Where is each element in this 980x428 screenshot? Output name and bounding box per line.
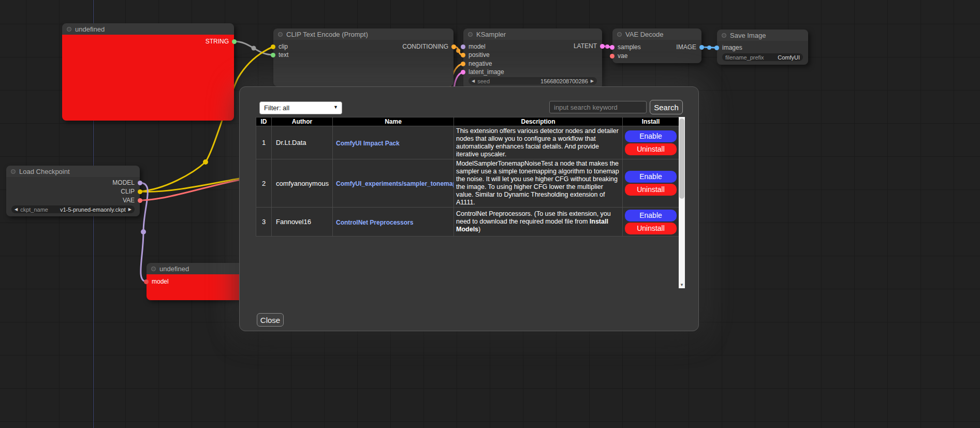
node-save-image[interactable]: Save Image images filename_prefix ComfyU… — [717, 29, 808, 65]
node-header[interactable]: CLIP Text Encode (Prompt) — [273, 28, 454, 40]
node-load-checkpoint[interactable]: Load Checkpoint MODEL CLIP VAE ◀ ckpt_na — [6, 166, 140, 216]
filename-prefix-widget[interactable]: filename_prefix ComfyUI — [722, 53, 803, 61]
ext-id: 3 — [256, 208, 272, 237]
latent-output-port[interactable] — [600, 44, 605, 49]
positive-input-port[interactable] — [461, 53, 465, 57]
uninstall-button[interactable]: Uninstall — [625, 184, 677, 196]
image-output-port[interactable] — [699, 45, 704, 50]
slot-label: MODEL — [112, 179, 135, 186]
output-slot: LATENT — [574, 42, 597, 50]
extension-table: ID Author Name Description Install 1 Dr.… — [256, 117, 679, 237]
node-header[interactable]: Save Image — [717, 29, 808, 41]
enable-button[interactable]: Enable — [625, 130, 677, 142]
node-header[interactable]: VAE Decode — [612, 28, 701, 40]
previous-arrow-icon[interactable]: ◀ — [14, 205, 18, 213]
clip-output-port[interactable] — [138, 189, 142, 194]
collapse-dot-icon[interactable] — [67, 27, 71, 32]
node-clip-text-encode[interactable]: CLIP Text Encode (Prompt) clip text COND… — [273, 28, 454, 86]
clip-input-port[interactable] — [271, 45, 275, 49]
extension-row: 3 Fannovel16 ControlNet Preprocessors Co… — [256, 208, 679, 237]
uninstall-button[interactable]: Uninstall — [625, 143, 677, 155]
vae-input-port[interactable] — [610, 54, 615, 58]
slot-label: vae — [618, 52, 627, 60]
input-slot: latent_image — [469, 68, 504, 76]
next-arrow-icon[interactable]: ▶ — [128, 205, 131, 213]
header-author: Author — [272, 117, 333, 126]
widget-value[interactable]: 156680208700286 — [540, 78, 588, 84]
node-vae-decode[interactable]: VAE Decode samples vae IMAGE — [612, 28, 701, 63]
images-input-port[interactable] — [714, 46, 719, 50]
slot-label: model — [469, 43, 486, 50]
node-header[interactable]: KSampler — [463, 28, 602, 40]
input-slot: positive — [469, 51, 490, 58]
enable-button[interactable]: Enable — [625, 171, 677, 183]
model-output-port[interactable] — [138, 181, 142, 185]
slot-label: negative — [469, 60, 492, 67]
output-slot: VAE — [123, 197, 135, 204]
scrollbar-thumb[interactable] — [679, 119, 684, 199]
desc-text: ModelSamplerTonemapNoiseTest a node that… — [456, 160, 619, 206]
slot-label: IMAGE — [676, 43, 696, 51]
increment-arrow-icon[interactable]: ▶ — [591, 77, 594, 85]
ext-author: Dr.Lt.Data — [272, 126, 333, 159]
text-input-port[interactable] — [271, 53, 275, 57]
output-slot: IMAGE — [676, 43, 696, 51]
collapse-dot-icon[interactable] — [468, 32, 473, 37]
widget-label: ckpt_name — [20, 206, 48, 213]
slot-label: clip — [279, 43, 288, 50]
scroll-down-arrow-icon[interactable]: ▼ — [679, 282, 685, 288]
node-title: undefined — [159, 265, 189, 273]
ext-description: ModelSamplerTonemapNoiseTest a node that… — [454, 159, 623, 208]
desc-text: ) — [478, 226, 480, 233]
model-input-port[interactable] — [144, 279, 149, 284]
link-midpoint-dot[interactable] — [456, 49, 460, 53]
link-midpoint-dot[interactable] — [203, 159, 208, 165]
vae-output-port[interactable] — [138, 198, 142, 203]
header-id: ID — [256, 117, 272, 126]
header-name: Name — [333, 117, 454, 126]
node-header[interactable]: undefined — [62, 23, 234, 35]
input-slot: model — [469, 43, 486, 50]
node-header[interactable]: Load Checkpoint — [6, 166, 140, 177]
link-midpoint-dot[interactable] — [605, 45, 609, 49]
conditioning-output-port[interactable] — [451, 45, 456, 49]
collapse-dot-icon[interactable] — [278, 32, 283, 37]
node-title: undefined — [75, 25, 105, 33]
extension-link[interactable]: ComfyUI Impact Pack — [336, 140, 400, 147]
samples-input-port[interactable] — [610, 45, 615, 50]
scrollbar[interactable]: ▼ — [679, 117, 685, 288]
collapse-dot-icon[interactable] — [722, 33, 726, 38]
link-midpoint-dot[interactable] — [252, 46, 256, 51]
seed-widget[interactable]: ◀ seed 156680208700286 ▶ — [469, 77, 597, 85]
close-button[interactable]: Close — [257, 313, 284, 327]
model-input-port[interactable] — [461, 45, 465, 49]
link-midpoint-dot[interactable] — [707, 46, 711, 50]
widget-value[interactable]: v1-5-pruned-emaonly.ckpt — [60, 206, 126, 213]
collapse-dot-icon[interactable] — [151, 267, 156, 271]
ckpt-name-widget[interactable]: ◀ ckpt_name v1-5-pruned-emaonly.ckpt ▶ — [11, 205, 135, 213]
uninstall-button[interactable]: Uninstall — [625, 223, 677, 234]
widget-label: filename_prefix — [725, 54, 764, 61]
input-slot: model — [152, 278, 169, 285]
link-midpoint-dot[interactable] — [141, 229, 146, 234]
desc-text: ControlNet Preprocessors. (To use this e… — [456, 210, 611, 225]
extension-table-container: ID Author Name Description Install 1 Dr.… — [256, 117, 685, 288]
latent-image-input-port[interactable] — [461, 70, 465, 75]
extension-link[interactable]: ComfyUI_experiments/sampler_tonemap — [336, 180, 454, 187]
decrement-arrow-icon[interactable]: ◀ — [472, 77, 475, 85]
collapse-dot-icon[interactable] — [11, 169, 16, 174]
collapse-dot-icon[interactable] — [617, 32, 622, 37]
node-undefined-top[interactable]: undefined STRING — [62, 23, 234, 121]
filter-select[interactable]: Filter: all — [259, 101, 342, 114]
negative-input-port[interactable] — [461, 62, 465, 66]
ext-author: Fannovel16 — [272, 208, 333, 237]
string-output-port[interactable] — [232, 39, 237, 44]
node-ksampler[interactable]: KSampler model positive negative latent — [463, 28, 602, 89]
extension-link[interactable]: ControlNet Preprocessors — [336, 219, 413, 226]
widget-value[interactable]: ComfyUI — [778, 54, 800, 61]
slot-label: VAE — [123, 197, 135, 204]
search-button[interactable]: Search — [650, 100, 683, 114]
enable-button[interactable]: Enable — [625, 210, 677, 222]
node-title: Load Checkpoint — [19, 168, 70, 175]
search-input[interactable] — [549, 101, 647, 113]
